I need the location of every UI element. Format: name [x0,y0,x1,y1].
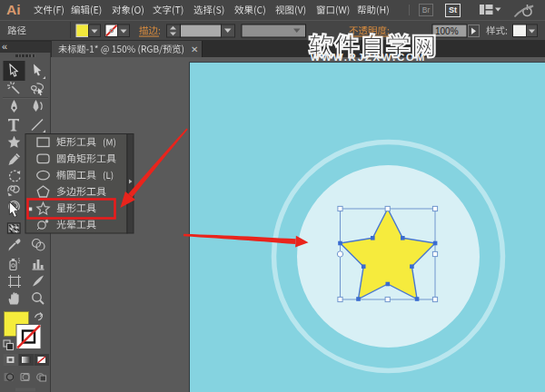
svg-text:WWW.RJZXW.COM: WWW.RJZXW.COM [311,52,427,63]
svg-text:100%: 100% [435,26,459,36]
